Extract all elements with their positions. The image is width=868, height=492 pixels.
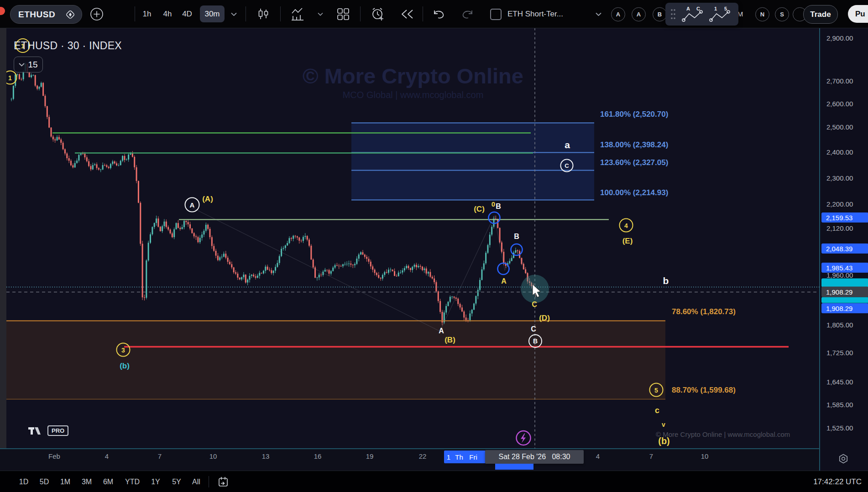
time-tick-10: 10 bbox=[209, 452, 217, 460]
price-badge-hidden bbox=[821, 297, 868, 303]
axis-edge-sliver-2 bbox=[865, 264, 868, 271]
layout-dropdown-chevron[interactable] bbox=[594, 0, 602, 28]
pro-badge: PRO bbox=[47, 425, 68, 436]
watermark-bottom-right: © More Crypto Online | www.mcoglobal.com bbox=[656, 430, 790, 438]
axis-border bbox=[0, 448, 868, 449]
fib-retracement-zone[interactable] bbox=[6, 321, 665, 399]
wave-label-n-button[interactable]: N bbox=[755, 7, 769, 21]
axis-edge-sliver-0 bbox=[865, 214, 868, 221]
range-3m-button[interactable]: 3M bbox=[79, 476, 94, 487]
toolbar-divider bbox=[280, 6, 281, 21]
interval-1h-button[interactable]: 1h bbox=[138, 0, 156, 28]
bottom-toolbar: 1D 5D 1M 3M 6M YTD 1Y 5Y All 17:42:22 UT… bbox=[0, 471, 868, 492]
trade-button[interactable]: Trade bbox=[803, 5, 838, 24]
price-tick-2,300.00: 2,300.00 bbox=[826, 174, 853, 182]
price-tick-2,600.00: 2,600.00 bbox=[826, 100, 853, 108]
time-tick-7: 7 bbox=[158, 452, 162, 460]
price-tick-2,400.00: 2,400.00 bbox=[826, 148, 853, 156]
range-1y-button[interactable]: 1Y bbox=[149, 476, 162, 487]
svg-text:5: 5 bbox=[724, 6, 727, 11]
range-5d-button[interactable]: 5D bbox=[37, 476, 51, 487]
publish-button[interactable]: Pu bbox=[848, 5, 868, 23]
interval-30m-button-selected[interactable]: 30m bbox=[200, 5, 225, 22]
price-tick-1,645.00: 1,645.00 bbox=[826, 378, 853, 386]
layout-name[interactable]: ETH Short-Ter... bbox=[507, 0, 563, 28]
chart-type-button[interactable] bbox=[256, 0, 271, 28]
price-tick-2,700.00: 2,700.00 bbox=[826, 77, 853, 85]
axis-edge-sliver-3 bbox=[865, 288, 868, 296]
layout-grid-button[interactable] bbox=[335, 0, 351, 28]
top-toolbar: ETHUSD 1h 4h 4D 30m bbox=[0, 0, 868, 28]
elliott-impulse-wave-15-icon[interactable]: 1 5 bbox=[707, 5, 733, 23]
interval-4d-button[interactable]: 4D bbox=[178, 0, 196, 28]
range-1d-button[interactable]: 1D bbox=[17, 476, 31, 487]
layout-checkbox[interactable] bbox=[490, 9, 502, 20]
range-ytd-button[interactable]: YTD bbox=[123, 476, 142, 487]
interval-quick-value: 15 bbox=[28, 60, 37, 70]
time-tick-10: 10 bbox=[701, 452, 709, 460]
tv-logo-icon bbox=[28, 426, 44, 436]
price-chart-canvas[interactable] bbox=[6, 28, 819, 449]
undo-arrow-icon bbox=[433, 9, 445, 20]
symbol-provider-diamond-icon bbox=[65, 10, 75, 20]
go-to-date-calendar-icon[interactable] bbox=[217, 476, 229, 488]
pane-title: ETHUSD · 30 · INDEX bbox=[14, 40, 122, 52]
elliott-wave-tool-panel: A C 1 5 bbox=[665, 3, 738, 26]
time-tick-4: 4 bbox=[105, 452, 109, 460]
price-badge-1,908.29: 1,908.29 bbox=[821, 303, 868, 313]
interval-quick-switch[interactable]: 15 bbox=[14, 57, 43, 73]
trading-app: ETHUSD 1h 4h 4D 30m bbox=[0, 0, 868, 492]
price-badge-2,159.53: 2,159.53 bbox=[821, 212, 868, 223]
time-tick-19: 19 bbox=[366, 452, 374, 460]
wave-label-a2-button[interactable]: A bbox=[632, 7, 646, 21]
symbol-search-button[interactable]: ETHUSD bbox=[10, 5, 82, 24]
axis-edge-sliver-1 bbox=[865, 245, 868, 252]
tradingview-logo[interactable]: PRO bbox=[28, 425, 68, 436]
utc-clock[interactable]: 17:42:22 UTC bbox=[813, 477, 862, 487]
wave-label-s-button[interactable]: S bbox=[775, 7, 789, 21]
price-tick-2,500.00: 2,500.00 bbox=[826, 123, 853, 131]
range-5y-button[interactable]: 5Y bbox=[170, 476, 183, 487]
bar-replay-button[interactable] bbox=[399, 0, 416, 28]
chevron-down-icon bbox=[19, 62, 25, 67]
fib-extension-zone[interactable] bbox=[351, 123, 594, 200]
blue-wave-marker-1[interactable] bbox=[511, 244, 523, 255]
drag-handle-icon[interactable] bbox=[670, 8, 676, 20]
create-alert-button[interactable] bbox=[369, 0, 387, 28]
interval-dropdown-chevron[interactable] bbox=[230, 0, 238, 28]
time-tick-Feb: Feb bbox=[48, 452, 60, 460]
price-badge-2,048.39: 2,048.39 bbox=[821, 243, 868, 254]
time-axis[interactable]: 1ThFri Sat 28 Feb '26 08:30 Feb471013161… bbox=[0, 449, 868, 471]
bottom-bar-divider bbox=[209, 476, 209, 487]
toolbar-divider bbox=[360, 6, 361, 21]
chart-pane[interactable]: © More Crypto Online MCO Global | www.mc… bbox=[6, 28, 819, 449]
indicators-dropdown-chevron[interactable] bbox=[317, 0, 324, 28]
elliott-correction-wave-ac-icon[interactable]: A C bbox=[680, 5, 706, 23]
collapsed-drawing-toolbar[interactable] bbox=[0, 28, 6, 449]
range-all-button[interactable]: All bbox=[190, 476, 203, 487]
price-tick-2,120.00: 2,120.00 bbox=[826, 224, 853, 232]
time-axis-highlight: 1ThFri bbox=[444, 451, 486, 463]
redo-button[interactable] bbox=[459, 0, 476, 28]
undo-button[interactable] bbox=[431, 0, 447, 28]
wave-label-b-button[interactable]: B bbox=[653, 7, 667, 21]
price-axis[interactable]: 2,900.002,700.002,600.002,500.002,400.00… bbox=[819, 28, 868, 471]
wave-connector-lines bbox=[192, 208, 537, 331]
add-symbol-button[interactable] bbox=[89, 0, 104, 28]
time-axis-highlight-strip bbox=[495, 464, 533, 470]
blue-wave-marker-2[interactable] bbox=[498, 263, 509, 274]
wave-label-a-button[interactable]: A bbox=[611, 7, 625, 21]
interval-4h-button[interactable]: 4h bbox=[158, 0, 177, 28]
indicators-button[interactable] bbox=[289, 0, 309, 28]
svg-text:A: A bbox=[686, 6, 690, 11]
range-6m-button[interactable]: 6M bbox=[101, 476, 115, 487]
candlestick-icon bbox=[257, 8, 269, 21]
time-tick-16: 16 bbox=[314, 452, 322, 460]
range-1m-button[interactable]: 1M bbox=[58, 476, 73, 487]
toolbar-divider bbox=[246, 6, 246, 21]
axis-settings-gear-icon[interactable] bbox=[837, 453, 849, 465]
svg-text:1: 1 bbox=[714, 6, 717, 11]
svg-text:C: C bbox=[696, 6, 700, 11]
alert-clock-icon bbox=[371, 7, 385, 21]
price-badge-1,985.43: 1,985.43 bbox=[821, 263, 868, 273]
